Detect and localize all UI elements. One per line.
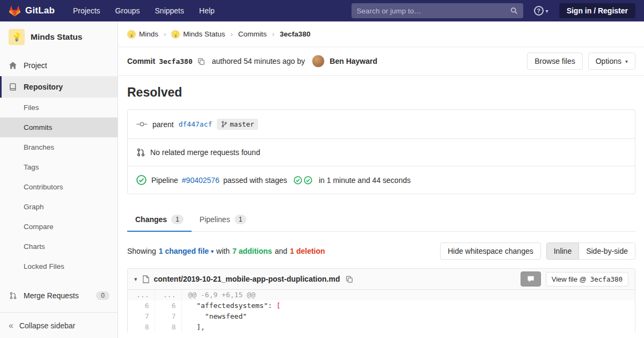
inline-view-button[interactable]: Inline	[546, 243, 579, 260]
search-input[interactable]	[357, 7, 510, 15]
copy-icon	[346, 275, 353, 283]
code-text: "affectedsystems":	[188, 302, 276, 310]
project-context: 💡 Minds Status	[0, 21, 118, 53]
sub-item-label: Contributors	[24, 183, 63, 191]
sign-in-register-button[interactable]: Sign in / Register	[559, 3, 635, 18]
collapse-diff-caret-icon[interactable]: ▾	[134, 276, 137, 283]
sub-item-label: Locked Files	[24, 262, 64, 270]
new-line-number[interactable]: 7	[155, 311, 181, 322]
sidebar-item-contributors[interactable]: Contributors	[0, 177, 118, 197]
stage-passed-icon[interactable]	[304, 176, 312, 185]
brand-text: GitLab	[25, 5, 55, 16]
tab-pipelines[interactable]: Pipelines 1	[192, 208, 255, 232]
sidebar-item-tags[interactable]: Tags	[0, 157, 118, 177]
toggle-comments-button[interactable]	[521, 271, 541, 286]
stage-passed-icon[interactable]	[294, 176, 302, 185]
diff-table: ... ... @@ -6,9 +6,15 @@ 6 6 "affectedsy…	[128, 290, 635, 333]
options-label: Options	[596, 57, 621, 65]
code-text: "newsfeed"	[188, 312, 247, 320]
showing-text: Showing	[127, 247, 156, 255]
sub-item-label: Charts	[24, 243, 45, 251]
diff-line: 6 6 "affectedsystems": [	[128, 300, 635, 311]
author-name[interactable]: Ben Hayward	[330, 57, 377, 65]
sidebar-item-graph[interactable]: Graph	[0, 197, 118, 217]
help-menu-button[interactable]: ? ▾	[534, 6, 548, 16]
top-navbar: GitLab Projects Groups Snippets Help ? ▾…	[0, 0, 644, 21]
tab-label: Changes	[135, 215, 167, 224]
navbar-link-snippets[interactable]: Snippets	[155, 6, 184, 15]
sidebar-item-label: Merge Requests	[24, 291, 79, 300]
old-line-number[interactable]: 8	[128, 322, 155, 333]
pipeline-label: Pipeline	[151, 176, 178, 185]
breadcrumb-item-commits[interactable]: Commits	[238, 30, 267, 38]
parent-label: parent	[152, 120, 174, 129]
sidebar-item-files[interactable]: Files	[0, 98, 118, 117]
navbar-link-help[interactable]: Help	[199, 6, 215, 15]
sidebar-item-project[interactable]: Project	[0, 55, 118, 76]
sidebar-item-compare[interactable]: Compare	[0, 217, 118, 237]
breadcrumb-separator-icon: ›	[230, 30, 232, 38]
breadcrumb-label: Commits	[238, 30, 267, 38]
breadcrumb-item-minds[interactable]: 💡 Minds	[127, 30, 158, 39]
diff-file: ▾ content/2019-10-21_mobile-app-post-dup…	[127, 268, 635, 333]
options-button[interactable]: Options ▾	[588, 53, 635, 70]
and-text: and	[275, 247, 287, 255]
browse-files-button[interactable]: Browse files	[527, 53, 582, 70]
hide-whitespace-button[interactable]: Hide whitespace changes	[440, 243, 541, 260]
sidebar-item-repository[interactable]: Repository	[0, 76, 118, 98]
pipeline-stages	[294, 176, 312, 185]
sidebar-item-merge-requests[interactable]: Merge Requests 0	[0, 285, 118, 306]
sidebar-item-branches[interactable]: Branches	[0, 137, 118, 157]
no-merge-requests-text: No related merge requests found	[150, 148, 260, 157]
breadcrumb-label: Minds Status	[183, 30, 225, 38]
pipeline-id-link[interactable]: #90402576	[182, 176, 219, 185]
project-avatar: 💡	[9, 29, 25, 45]
view-file-sha: 3ecfa380	[590, 275, 623, 283]
copy-file-path-button[interactable]	[345, 274, 354, 284]
file-path[interactable]: content/2019-10-21_mobile-app-post-dupli…	[154, 275, 340, 283]
sub-item-label: Files	[24, 104, 39, 112]
breadcrumb-label: Minds	[139, 30, 158, 38]
diff-file-header: ▾ content/2019-10-21_mobile-app-post-dup…	[128, 269, 635, 290]
breadcrumb-current-sha: 3ecfa380	[280, 30, 310, 38]
merge-requests-count-badge: 0	[96, 291, 109, 300]
chevron-down-icon: ▾	[625, 58, 628, 64]
group-avatar: 💡	[127, 30, 136, 39]
navbar-links: Projects Groups Snippets Help	[73, 6, 215, 15]
hunk-old-ln: ...	[128, 290, 155, 300]
breadcrumb-separator-icon: ›	[272, 30, 274, 38]
tab-label: Pipelines	[200, 215, 230, 224]
parent-sha-link[interactable]: df447acf	[179, 120, 213, 128]
diff-view-options: Hide whitespace changes Inline Side-by-s…	[440, 243, 635, 260]
branch-badge[interactable]: master	[217, 119, 258, 130]
commit-header-actions: Browse files Options ▾	[527, 53, 635, 70]
navbar-link-groups[interactable]: Groups	[115, 6, 140, 15]
diff-file-actions: View file @ 3ecfa380	[521, 271, 628, 286]
new-line-number[interactable]: 8	[155, 322, 181, 333]
collapse-sidebar-button[interactable]: « Collapse sidebar	[0, 312, 118, 338]
view-file-button[interactable]: View file @ 3ecfa380	[546, 272, 628, 286]
sidebar-item-charts[interactable]: Charts	[0, 237, 118, 256]
pipeline-duration: in 1 minute and 44 seconds	[319, 176, 411, 185]
old-line-number[interactable]: 6	[128, 300, 155, 311]
sidebar-item-label: Project	[24, 61, 47, 70]
side-by-side-view-button[interactable]: Side-by-side	[579, 243, 635, 260]
project-name[interactable]: Minds Status	[31, 32, 82, 42]
branch-name: master	[230, 120, 254, 128]
global-search	[352, 3, 523, 18]
changed-files-dropdown[interactable]: 1 changed file ▾	[159, 247, 214, 255]
code-line: "newsfeed"	[181, 311, 635, 322]
collapse-icon: «	[9, 321, 13, 330]
home-icon	[8, 61, 18, 70]
branch-icon	[221, 121, 227, 128]
breadcrumb-item-minds-status[interactable]: 💡 Minds Status	[171, 30, 225, 39]
tab-changes[interactable]: Changes 1	[127, 208, 192, 232]
old-line-number[interactable]: 7	[128, 311, 155, 322]
new-line-number[interactable]: 6	[155, 300, 181, 311]
sidebar-item-locked-files[interactable]: Locked Files	[0, 256, 118, 276]
gitlab-home-link[interactable]: GitLab	[9, 5, 55, 17]
copy-commit-sha-button[interactable]	[196, 56, 206, 67]
repository-icon	[8, 83, 18, 91]
navbar-link-projects[interactable]: Projects	[73, 6, 100, 15]
sidebar-item-commits[interactable]: Commits	[0, 117, 118, 137]
